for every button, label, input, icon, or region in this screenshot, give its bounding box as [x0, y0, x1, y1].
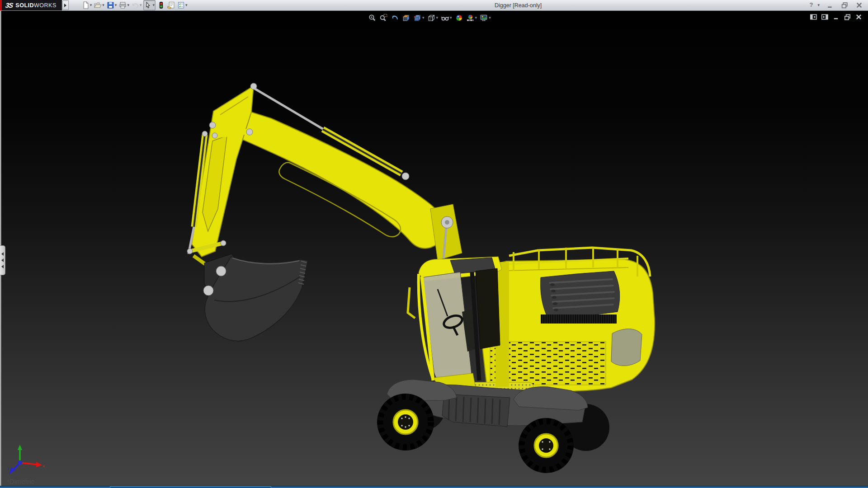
dropdown-caret[interactable]: ▾ [90, 3, 92, 7]
title-bar: 3S SOLID WORKS ▾▾▾▾▾▾▾ Digger [Read-only… [0, 0, 868, 11]
hide-show-items-button[interactable]: ▾ [440, 13, 453, 23]
pane-toggle-right-icon [821, 13, 829, 21]
bucket[interactable] [203, 254, 308, 341]
dropdown-caret[interactable]: ▾ [127, 3, 129, 7]
close-document-icon [855, 13, 863, 21]
boom-pivot[interactable] [430, 204, 462, 260]
undo-button[interactable]: ▾ [131, 0, 142, 10]
save-document-icon [107, 1, 114, 9]
dropdown-caret[interactable]: ▾ [115, 3, 117, 7]
zoom-to-area-button[interactable] [378, 13, 389, 23]
open-document-icon [94, 1, 102, 9]
select-tool-icon [144, 1, 152, 9]
x-axis-label: x [42, 464, 45, 468]
print-document-button[interactable]: ▾ [118, 0, 130, 10]
excavator-model[interactable] [0, 10, 868, 488]
dropdown-caret[interactable]: ▾ [152, 3, 155, 7]
dropdown-caret[interactable]: ▾ [185, 3, 188, 7]
collapse-arrow-icon [1, 258, 4, 262]
dropdown-caret[interactable]: ▾ [489, 16, 491, 20]
reference-triad: x z [6, 444, 48, 476]
boom[interactable] [240, 112, 446, 249]
print-document-icon [119, 1, 127, 9]
minimize-window-icon [826, 1, 834, 9]
restore-document-icon [844, 13, 851, 21]
window-title: Digger [Read-only] [495, 2, 542, 9]
edit-appearance-icon [455, 14, 463, 22]
brand-text-works: WORKS [34, 2, 57, 9]
minimize-window-button[interactable] [826, 0, 835, 10]
view-settings-button[interactable]: ▾ [479, 13, 492, 23]
pane-toggle-left-icon [810, 13, 817, 21]
edit-appearance-button[interactable] [454, 13, 464, 23]
options-icon [177, 1, 185, 9]
dropdown-caret[interactable]: ▾ [102, 3, 104, 7]
z-axis-label: z [7, 466, 9, 471]
restore-window-button[interactable] [840, 0, 849, 10]
rebuild-button[interactable] [157, 0, 165, 10]
taskbar-edge [0, 486, 868, 488]
dropdown-caret[interactable]: ▾ [817, 3, 820, 7]
pane-toggle-right-button[interactable] [821, 13, 829, 23]
restore-document-button[interactable] [844, 13, 851, 23]
brand-text-solid: SOLID [15, 2, 34, 9]
help-icon: ? [809, 1, 817, 9]
section-view-button[interactable] [401, 13, 411, 23]
hide-show-items-icon [441, 14, 449, 22]
apply-scene-button[interactable]: ▾ [465, 13, 478, 23]
graphics-viewport[interactable]: ▾▾▾▾▾ x z *Dimetric [0, 10, 868, 488]
dropdown-caret[interactable]: ▾ [140, 3, 142, 7]
front-wheel[interactable] [377, 394, 434, 450]
solidworks-logo: 3S SOLID WORKS [2, 0, 62, 10]
view-orientation-label: *Dimetric [7, 478, 34, 485]
close-window-button[interactable] [855, 0, 863, 10]
display-style-icon [427, 14, 436, 22]
view-orientation-button[interactable]: ▾ [412, 13, 425, 23]
minimize-document-icon [832, 13, 840, 21]
previous-view-button[interactable] [390, 13, 400, 23]
taskbar-window-segment [110, 486, 271, 488]
rear-wheel[interactable] [519, 418, 574, 473]
options-button[interactable]: ▾ [177, 0, 188, 10]
close-document-button[interactable] [855, 13, 863, 23]
section-view-icon [402, 14, 410, 22]
previous-view-icon [391, 14, 399, 22]
dropdown-caret[interactable]: ▾ [450, 16, 452, 20]
feature-manager-collapse-tab[interactable] [0, 245, 5, 275]
menu-expand-tab[interactable] [62, 0, 69, 10]
document-window-controls [810, 13, 863, 23]
pane-toggle-left-button[interactable] [810, 13, 817, 23]
open-document-button[interactable]: ▾ [94, 0, 105, 10]
view-settings-icon [480, 14, 488, 22]
minimize-document-button[interactable] [832, 13, 840, 23]
window-controls: ?▾ [809, 0, 863, 10]
heads-up-view-toolbar: ▾▾▾▾▾ [367, 13, 492, 23]
file-properties-button[interactable] [167, 0, 175, 10]
zoom-to-fit-button[interactable] [367, 13, 377, 23]
standard-toolbar: ▾▾▾▾▾▾▾ [81, 0, 188, 10]
view-orientation-icon [413, 14, 422, 22]
display-style-button[interactable]: ▾ [426, 13, 439, 23]
solidworks-logo-mark: 3S [5, 1, 14, 9]
collapse-arrow-icon [1, 252, 4, 256]
apply-scene-icon [466, 14, 475, 22]
close-window-icon [855, 1, 863, 9]
new-document-icon [82, 1, 90, 9]
dropdown-caret[interactable]: ▾ [436, 16, 439, 20]
rebuild-icon [157, 1, 165, 9]
zoom-to-fit-icon [368, 14, 377, 22]
collapse-arrow-icon [1, 265, 4, 268]
dropdown-caret[interactable]: ▾ [422, 16, 425, 20]
select-tool-button[interactable]: ▾ [143, 0, 156, 10]
save-document-button[interactable]: ▾ [106, 0, 118, 10]
restore-window-icon [841, 1, 849, 9]
help-button[interactable]: ?▾ [809, 0, 820, 10]
file-properties-icon [167, 1, 175, 9]
dropdown-caret[interactable]: ▾ [475, 16, 477, 20]
zoom-to-area-icon [379, 14, 388, 22]
undo-icon [132, 1, 139, 9]
new-document-button[interactable]: ▾ [81, 0, 93, 10]
